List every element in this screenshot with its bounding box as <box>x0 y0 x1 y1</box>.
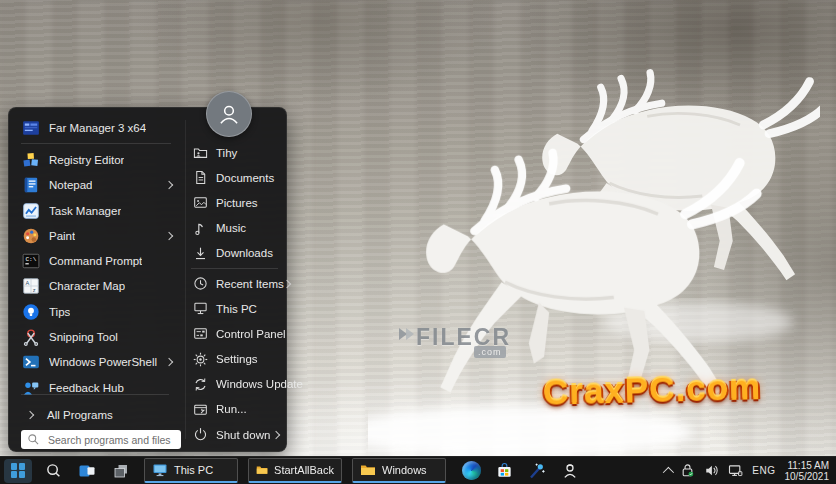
security-lock-icon[interactable] <box>680 463 695 478</box>
search-input[interactable] <box>46 433 175 447</box>
notepad-icon <box>22 176 40 194</box>
recent-items-icon <box>193 276 208 291</box>
menu-item-label: Recent Items <box>216 278 284 290</box>
menu-item-label: Command Prompt <box>49 255 142 267</box>
start-menu-item-recent-items[interactable]: Recent Items <box>187 271 286 296</box>
start-menu-item-run[interactable]: Run... <box>187 397 286 422</box>
all-programs-button[interactable]: All Programs <box>9 402 185 428</box>
right-column-separator <box>191 268 278 269</box>
language-indicator[interactable]: ENG <box>752 465 775 476</box>
start-menu-item-this-pc[interactable]: This PC <box>187 296 286 321</box>
start-menu-item-registry-editor[interactable]: Registry Editor <box>9 147 185 172</box>
start-menu-item-user-folder[interactable]: Tihy <box>187 140 286 165</box>
far-manager-icon <box>22 119 40 137</box>
taskbar-window-startallback[interactable]: StartAllBack <box>248 458 342 483</box>
start-menu-item-music[interactable]: Music <box>187 216 286 241</box>
filecr-logo-icon <box>396 324 416 344</box>
all-programs-separator <box>21 394 169 395</box>
person-bust-icon[interactable] <box>561 462 579 480</box>
start-menu-item-notepad[interactable]: Notepad <box>9 173 185 198</box>
svg-text:A: A <box>26 280 30 286</box>
window-button-label: Windows <box>382 464 427 476</box>
taskbar: This PC StartAllBack Windows ENG 11:15 A… <box>0 456 836 484</box>
menu-item-label: Notepad <box>49 179 92 191</box>
folder-icon <box>360 462 376 478</box>
start-button[interactable] <box>4 459 32 483</box>
user-folder-icon <box>193 145 208 160</box>
filecr-watermark: FILECR .com <box>396 324 511 351</box>
start-menu-item-documents[interactable]: Documents <box>187 165 286 190</box>
submenu-chevron-icon <box>165 358 173 366</box>
windows-update-icon <box>193 377 208 392</box>
task-view-icon <box>78 462 96 480</box>
submenu-chevron-icon <box>165 232 173 240</box>
menu-item-label: Control Panel <box>216 328 286 340</box>
taskbar-search-button[interactable] <box>40 459 66 483</box>
network-icon[interactable] <box>728 463 743 478</box>
person-icon <box>216 101 242 127</box>
monitor-icon <box>152 462 168 478</box>
menu-item-label: Run... <box>216 403 247 415</box>
clock-date: 10/5/2021 <box>785 471 830 482</box>
menu-item-label: Shut down <box>216 429 270 441</box>
widgets-button[interactable] <box>108 459 134 483</box>
submenu-chevron-icon <box>165 181 173 189</box>
edge-browser-icon[interactable] <box>462 461 481 480</box>
shut-down-button[interactable]: Shut down <box>187 422 286 447</box>
windows-logo-icon <box>11 463 26 478</box>
taskbar-window-windows[interactable]: Windows <box>352 458 446 483</box>
start-menu-item-command-prompt[interactable]: C:\ Command Prompt <box>9 248 185 273</box>
downloads-icon <box>193 246 208 261</box>
start-menu-right-column: Tihy Documents Pictures Music Downloads <box>187 140 286 447</box>
powershell-icon <box>22 353 40 371</box>
registry-editor-icon <box>22 151 40 169</box>
menu-item-label: Pictures <box>216 197 258 209</box>
documents-icon <box>193 170 208 185</box>
command-prompt-icon: C:\ <box>22 252 40 270</box>
start-menu-item-character-map[interactable]: Az Character Map <box>9 274 185 299</box>
craxpc-watermark: CraxPC.com <box>543 367 762 413</box>
stacked-windows-icon <box>112 462 130 480</box>
control-panel-icon <box>193 326 208 341</box>
user-avatar[interactable] <box>206 91 252 137</box>
system-tray: ENG 11:15 AM 10/5/2021 <box>663 460 836 482</box>
power-icon <box>193 427 208 442</box>
speaker-icon[interactable] <box>704 463 719 478</box>
task-view-button[interactable] <box>74 459 100 483</box>
start-menu-item-settings[interactable]: Settings <box>187 347 286 372</box>
start-menu-item-feedback-hub[interactable]: Feedback Hub <box>9 375 185 400</box>
taskbar-clock[interactable]: 11:15 AM 10/5/2021 <box>785 460 830 482</box>
pinned-separator <box>21 143 171 144</box>
start-menu-item-task-manager[interactable]: Task Manager <box>9 198 185 223</box>
start-menu-item-far-manager[interactable]: Far Manager 3 x64 <box>9 115 185 140</box>
paint-icon <box>22 227 40 245</box>
menu-item-label: Music <box>216 222 246 234</box>
music-icon <box>193 221 208 236</box>
all-programs-label: All Programs <box>47 409 113 421</box>
taskbar-window-this-pc[interactable]: This PC <box>144 458 238 483</box>
menu-item-label: Task Manager <box>49 205 121 217</box>
taskbar-pinned-icons <box>462 461 579 480</box>
start-menu-left-column: Far Manager 3 x64 Registry Editor Notepa… <box>9 115 185 400</box>
microsoft-store-icon[interactable] <box>496 462 513 479</box>
chevron-right-icon <box>26 411 34 419</box>
menu-item-label: Paint <box>49 230 75 242</box>
start-menu-item-windows-powershell[interactable]: Windows PowerShell <box>9 350 185 375</box>
snipping-tool-icon <box>22 328 40 346</box>
start-menu-item-control-panel[interactable]: Control Panel <box>187 321 286 346</box>
start-menu-item-tips[interactable]: Tips <box>9 299 185 324</box>
window-button-label: This PC <box>174 464 213 476</box>
start-menu-item-paint[interactable]: Paint <box>9 223 185 248</box>
task-manager-icon <box>22 202 40 220</box>
start-menu-item-downloads[interactable]: Downloads <box>187 241 286 266</box>
submenu-chevron-icon <box>272 430 280 438</box>
tray-chevron-up-icon[interactable] <box>663 466 674 477</box>
start-menu-item-windows-update[interactable]: Windows Update <box>187 372 286 397</box>
start-menu-item-snipping-tool[interactable]: Snipping Tool <box>9 324 185 349</box>
menu-item-label: Settings <box>216 353 258 365</box>
run-icon <box>193 402 208 417</box>
start-menu-item-pictures[interactable]: Pictures <box>187 190 286 215</box>
settings-gear-icon <box>193 352 208 367</box>
magic-wand-icon[interactable] <box>528 462 546 480</box>
start-menu-column-divider <box>185 120 186 439</box>
